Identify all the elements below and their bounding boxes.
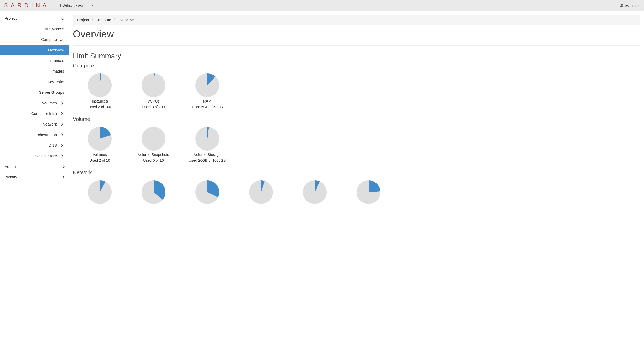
sidebar-item-admin[interactable]: Admin xyxy=(0,161,69,172)
caret-down-icon xyxy=(638,5,640,6)
sidebar-item-project[interactable]: Project xyxy=(0,13,69,23)
quota-pie-chart xyxy=(195,73,219,97)
sidebar-item-instances[interactable]: Instances xyxy=(0,55,69,66)
quota-pie-chart xyxy=(142,127,165,151)
sidebar-label: Identity xyxy=(5,175,17,179)
quota-pie-tile xyxy=(180,178,234,210)
topbar: SARDINA Default • admin admin xyxy=(0,0,644,11)
user-label: admin xyxy=(625,3,636,7)
user-menu[interactable]: admin xyxy=(620,3,640,7)
sidebar-label: Compute xyxy=(5,37,57,42)
sidebar-label: Instances xyxy=(48,58,64,63)
brand-logo: SARDINA xyxy=(4,2,49,9)
quota-pie-chart xyxy=(303,180,327,204)
quota-pie-chart xyxy=(88,127,112,151)
quota-pie-usage: Used 2 of 100 xyxy=(73,105,127,109)
quota-pie-tile: VolumesUsed 2 of 10 xyxy=(73,125,127,167)
sidebar-label: Server Groups xyxy=(39,90,64,95)
chevron-right-icon xyxy=(62,176,64,178)
sidebar-item-images[interactable]: Images xyxy=(0,66,69,76)
sidebar-label: Overview xyxy=(48,48,64,52)
sidebar-item-key-pairs[interactable]: Key Pairs xyxy=(0,76,69,87)
sidebar-label: API Access xyxy=(44,27,64,31)
sidebar-item-container-infra[interactable]: Container Infra xyxy=(0,108,69,119)
quota-pie-chart xyxy=(88,180,112,204)
quota-pie-usage: Used 0 of 10 xyxy=(127,158,180,162)
volume-heading: Volume xyxy=(73,116,640,122)
quota-pie-usage: Used 2 of 10 xyxy=(73,158,127,162)
sidebar-item-network[interactable]: Network xyxy=(0,119,69,129)
volume-charts-row: VolumesUsed 2 of 10Volume SnapshotsUsed … xyxy=(73,125,640,167)
sidebar-label: Network xyxy=(5,122,57,126)
sidebar-label: Container Infra xyxy=(5,111,57,116)
chevron-right-icon xyxy=(60,144,63,147)
sidebar-item-compute[interactable]: Compute xyxy=(0,34,69,45)
quota-pie-tile: VCPUsUsed 3 of 200 xyxy=(127,71,180,113)
quota-pie-chart xyxy=(142,73,165,97)
sidebar-item-volumes[interactable]: Volumes xyxy=(0,98,69,108)
chevron-right-icon xyxy=(60,102,63,104)
main-content: Project / Compute / Overview Overview Li… xyxy=(69,11,644,345)
user-icon xyxy=(620,4,624,7)
breadcrumb-item[interactable]: Compute xyxy=(95,18,111,22)
caret-down-icon xyxy=(91,5,93,6)
sidebar-item-orchestration[interactable]: Orchestration xyxy=(0,129,69,140)
breadcrumb-item-active: Overview xyxy=(118,18,134,22)
sidebar-label: Project xyxy=(5,16,17,20)
compute-charts-row: InstancesUsed 2 of 100VCPUsUsed 3 of 200… xyxy=(73,71,640,113)
sidebar-label: Key Pairs xyxy=(48,80,64,84)
breadcrumb-item[interactable]: Project xyxy=(77,18,89,22)
sidebar-item-server-groups[interactable]: Server Groups xyxy=(0,87,69,98)
sidebar-item-identity[interactable]: Identity xyxy=(0,172,69,182)
context-label: Default • admin xyxy=(62,3,89,7)
quota-pie-chart xyxy=(195,180,219,204)
sidebar-label: Object Store xyxy=(5,154,57,158)
quota-pie-tile xyxy=(234,178,288,210)
quota-pie-tile xyxy=(342,178,395,210)
quota-pie-usage: Used 3 of 200 xyxy=(127,105,180,109)
sidebar-label: DNS xyxy=(5,143,57,147)
quota-pie-tile: Volume SnapshotsUsed 0 of 10 xyxy=(127,125,180,167)
quota-pie-chart xyxy=(357,180,380,204)
sidebar-item-api-access[interactable]: API Access xyxy=(0,23,69,34)
quota-pie-tile xyxy=(73,178,127,210)
chevron-down-icon xyxy=(60,38,63,41)
sidebar-item-object-store[interactable]: Object Store xyxy=(0,151,69,161)
quota-pie-tile: InstancesUsed 2 of 100 xyxy=(73,71,127,113)
svg-point-4 xyxy=(142,127,165,151)
quota-pie-chart xyxy=(142,180,165,204)
chevron-right-icon xyxy=(62,165,64,168)
network-charts-row xyxy=(73,178,640,210)
quota-pie-label: Instances xyxy=(73,99,127,103)
sidebar: Project API Access Compute Overview Inst… xyxy=(0,11,69,345)
quota-pie-label: RAM xyxy=(180,99,234,103)
compute-heading: Compute xyxy=(73,63,640,69)
quota-pie-chart xyxy=(195,127,219,151)
quota-pie-chart xyxy=(249,180,273,204)
sidebar-label: Images xyxy=(51,69,64,73)
chevron-down-icon xyxy=(62,17,64,20)
quota-pie-label: Volumes xyxy=(73,153,127,157)
quota-pie-chart xyxy=(88,73,112,97)
chevron-right-icon xyxy=(60,112,63,115)
quota-pie-tile xyxy=(127,178,180,210)
divider xyxy=(73,45,640,46)
quota-pie-tile: RAMUsed 6GB of 50GB xyxy=(180,71,234,113)
limit-summary-heading: Limit Summary xyxy=(73,52,640,60)
chevron-right-icon xyxy=(60,123,63,126)
network-heading: Network xyxy=(73,170,640,176)
context-switcher[interactable]: Default • admin xyxy=(57,3,93,7)
quota-pie-label: Volume Storage xyxy=(180,153,234,157)
domain-icon xyxy=(57,4,61,7)
page-title: Overview xyxy=(73,29,640,40)
chevron-right-icon xyxy=(60,134,63,136)
breadcrumb-sep: / xyxy=(92,18,93,22)
quota-pie-tile xyxy=(288,178,342,210)
sidebar-item-dns[interactable]: DNS xyxy=(0,140,69,151)
quota-pie-tile: Volume StorageUsed 20GB of 1000GB xyxy=(180,125,234,167)
quota-pie-label: VCPUs xyxy=(127,99,180,103)
quota-pie-label: Volume Snapshots xyxy=(127,153,180,157)
sidebar-item-overview[interactable]: Overview xyxy=(0,45,69,55)
sidebar-label: Admin xyxy=(5,164,16,169)
sidebar-label: Volumes xyxy=(5,101,57,105)
